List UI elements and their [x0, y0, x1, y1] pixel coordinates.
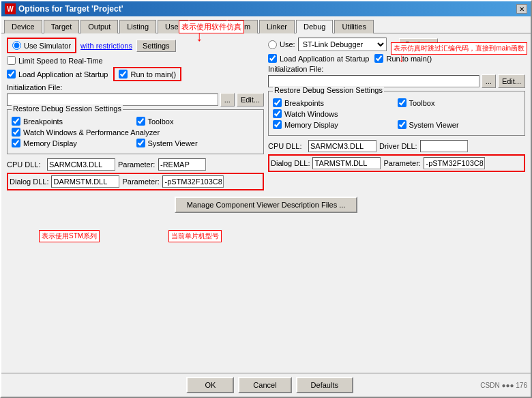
limit-speed-checkbox[interactable]: [7, 56, 16, 65]
edit-btn-left[interactable]: Edit...: [237, 93, 264, 106]
cpu-dll-input-right[interactable]: [308, 140, 376, 152]
tab-target[interactable]: Target: [44, 20, 80, 33]
simulator-label: Use Simulator: [24, 42, 71, 50]
dialog-param-input-left[interactable]: [162, 175, 224, 188]
app-icon: W: [5, 3, 16, 14]
right-settings-button[interactable]: Settings: [399, 38, 439, 51]
left-settings-button[interactable]: Settings: [136, 40, 176, 52]
init-file-label-left: Initialization File:: [7, 83, 62, 91]
use-row: Use: ST-Link Debugger ▼ Settings: [268, 38, 525, 51]
cpu-dll-input-left[interactable]: [47, 158, 115, 171]
tab-cpp[interactable]: C/C++: [190, 20, 226, 33]
limit-speed-row: Limit Speed to Real-Time: [7, 56, 264, 65]
restrictions-link[interactable]: with restrictions: [80, 42, 132, 50]
dialog-dll-label-right: Dialog DLL:: [271, 159, 310, 167]
tab-bar: Device Target Output Listing User C/C++ …: [1, 16, 531, 33]
tab-user[interactable]: User: [158, 20, 188, 33]
two-column-layout: Use Simulator with restrictions Settings…: [7, 38, 525, 193]
manage-button[interactable]: Manage Component Viewer Description File…: [175, 197, 358, 213]
simulator-box: Use Simulator: [7, 38, 76, 53]
cpu-param-input-left[interactable]: [158, 158, 206, 171]
run-to-main-checkbox-right[interactable]: [374, 54, 383, 63]
tab-output[interactable]: Output: [80, 20, 118, 33]
left-panel: Use Simulator with restrictions Settings…: [7, 38, 264, 193]
run-to-main-checkbox-left[interactable]: [119, 70, 128, 79]
main-content: Use Simulator with restrictions Settings…: [1, 33, 531, 388]
init-file-section-left: Initialization File: ... Edit...: [7, 83, 264, 106]
breakpoints-cb-left[interactable]: [12, 117, 20, 126]
debugger-select[interactable]: ST-Link Debugger: [298, 38, 387, 51]
breakpoints-label-right: Breakpoints: [284, 99, 324, 107]
driver-dll-label-right: Driver DLL:: [379, 142, 417, 150]
right-panel: Use: ST-Link Debugger ▼ Settings Load Ap…: [268, 38, 525, 193]
watermark: CSDN ●●● 176: [480, 382, 527, 389]
driver-dll-input-right[interactable]: [420, 140, 468, 152]
dialog-dll-input-left[interactable]: [51, 175, 119, 188]
tab-device[interactable]: Device: [4, 20, 42, 33]
system-viewer-cb-left[interactable]: [136, 139, 145, 147]
run-to-main-label-left: Run to main(): [130, 70, 176, 79]
restore-group-left: Restore Debug Session Settings Breakpoin…: [7, 109, 264, 154]
simulator-row: Use Simulator with restrictions Settings: [7, 38, 264, 53]
init-file-section-right: Initialization File: ... Edit...: [268, 65, 525, 88]
load-app-checkbox-right[interactable]: [268, 54, 277, 63]
watch-windows-label-left: Watch Windows & Performance Analyzer: [23, 128, 160, 137]
use-radio[interactable]: [268, 40, 277, 49]
tab-linker[interactable]: Linker: [259, 20, 295, 33]
dialog-param-input-right[interactable]: [424, 157, 485, 169]
memory-display-cb-right[interactable]: [273, 120, 282, 129]
run-to-main-box: Run to main(): [113, 67, 181, 81]
ok-button[interactable]: OK: [186, 377, 234, 393]
cpu-dll-label-left: CPU DLL:: [7, 160, 44, 169]
load-app-row-left: Load Application at Startup: [7, 70, 108, 79]
simulator-radio[interactable]: [12, 41, 21, 50]
manage-row: Manage Component Viewer Description File…: [7, 197, 525, 213]
dialog-param-label-right: Parameter:: [383, 159, 421, 167]
restore-group-right: Restore Debug Session Settings Breakpoin…: [268, 91, 525, 136]
restore-group-title-left: Restore Debug Session Settings: [12, 104, 123, 113]
dialog-dll-row-left: Dialog DLL: Parameter:: [7, 173, 264, 190]
memory-display-label-left: Memory Display: [23, 139, 77, 147]
memory-display-label-right: Memory Display: [284, 121, 338, 129]
title-bar: W Options for Target 'Project' ✕: [1, 1, 531, 16]
edit-btn-right[interactable]: Edit...: [498, 74, 525, 88]
toolbox-cb-right[interactable]: [398, 98, 407, 107]
restore-group-title-right: Restore Debug Session Settings: [273, 86, 384, 94]
use-label: Use:: [280, 40, 295, 48]
tab-debug[interactable]: Debug: [296, 20, 333, 33]
toolbox-cb-left[interactable]: [136, 117, 145, 126]
memory-display-cb-left[interactable]: [12, 139, 20, 147]
dll-section-left: CPU DLL: Parameter: Dialog DLL: Paramete…: [7, 158, 264, 190]
tab-listing[interactable]: Listing: [119, 20, 156, 33]
cpu-param-label-left: Parameter:: [118, 160, 156, 169]
run-to-main-row-right: Run to main(): [374, 54, 432, 63]
defaults-button[interactable]: Defaults: [296, 377, 353, 393]
main-window: W Options for Target 'Project' ✕ Device …: [0, 0, 532, 398]
toolbox-label-left: Toolbox: [148, 117, 174, 126]
cpu-dll-row-right: CPU DLL: Driver DLL:: [268, 140, 525, 152]
browse-btn-right[interactable]: ...: [482, 74, 496, 88]
close-button[interactable]: ✕: [516, 4, 527, 14]
cancel-button[interactable]: Cancel: [238, 377, 291, 393]
load-app-checkbox-left[interactable]: [7, 70, 16, 79]
watch-windows-cb-right[interactable]: [273, 109, 282, 118]
dialog-dll-row-right: Dialog DLL: Parameter:: [268, 154, 525, 172]
init-file-label-right: Initialization File:: [268, 65, 323, 73]
watch-windows-cb-left[interactable]: [12, 128, 20, 137]
toolbox-label-right: Toolbox: [409, 99, 435, 107]
breakpoints-label-left: Breakpoints: [23, 117, 63, 126]
browse-btn-left[interactable]: ...: [220, 93, 235, 106]
window-title: Options for Target 'Project': [18, 4, 123, 14]
dialog-param-label-left: Parameter:: [122, 177, 160, 186]
tab-asm[interactable]: Asm: [228, 20, 258, 33]
system-viewer-cb-right[interactable]: [398, 120, 407, 129]
tab-utilities[interactable]: Utilities: [334, 20, 373, 33]
breakpoints-cb-right[interactable]: [273, 98, 282, 107]
cpu-dll-label-right: CPU DLL:: [268, 142, 306, 150]
dialog-dll-input-right[interactable]: [312, 157, 381, 169]
watch-windows-label-right: Watch Windows: [284, 110, 338, 118]
dll-section-right: CPU DLL: Driver DLL: Dialog DLL: Paramet…: [268, 140, 525, 172]
load-app-row-right: Load Application at Startup: [268, 54, 369, 63]
bottom-buttons: OK Cancel Defaults: [59, 377, 480, 393]
load-app-label-left: Load Application at Startup: [18, 70, 108, 79]
